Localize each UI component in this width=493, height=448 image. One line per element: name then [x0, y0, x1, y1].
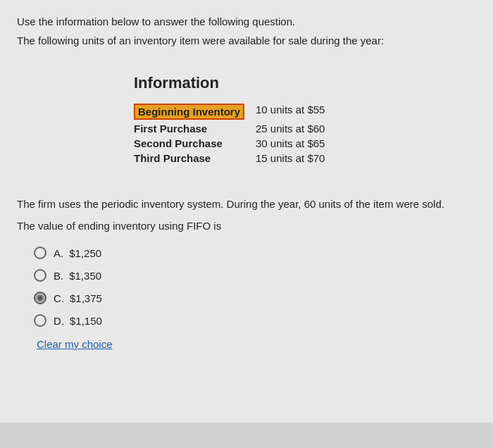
option-row[interactable]: B.$1,350 — [34, 269, 476, 282]
inventory-label: Third Purchase — [134, 151, 256, 166]
inventory-row: Second Purchase30 units at $65 — [134, 136, 336, 151]
inventory-row: Third Purchase15 units at $70 — [134, 151, 336, 166]
inventory-value: 10 units at $55 — [256, 102, 336, 121]
inventory-label: First Purchase — [134, 121, 256, 136]
option-letter: C. — [54, 292, 64, 304]
body-text: The firm uses the periodic inventory sys… — [17, 197, 476, 213]
option-letter: B. — [54, 270, 63, 282]
option-row[interactable]: C.$1,375 — [34, 292, 476, 304]
option-letter: A. — [54, 247, 63, 259]
intro-line1: Use the information below to answer the … — [17, 14, 476, 30]
inventory-value: 30 units at $65 — [256, 136, 336, 151]
info-title: Information — [134, 74, 393, 92]
radio-button[interactable] — [34, 292, 46, 304]
option-value: $1,150 — [70, 315, 102, 327]
intro-line2: The following units of an inventory item… — [17, 33, 476, 49]
inventory-label: Beginning Inventory — [134, 102, 256, 121]
page-container: Use the information below to answer the … — [0, 0, 493, 423]
options-container: A.$1,250B.$1,350C.$1,375D.$1,150 — [34, 247, 476, 327]
option-value: $1,375 — [70, 292, 102, 304]
inventory-table: Beginning Inventory10 units at $55First … — [134, 102, 336, 166]
inventory-value: 15 units at $70 — [256, 151, 336, 166]
question-text: The value of ending inventory using FIFO… — [17, 218, 476, 235]
inventory-value: 25 units at $60 — [256, 121, 336, 136]
inventory-row: First Purchase25 units at $60 — [134, 121, 336, 136]
option-row[interactable]: D.$1,150 — [34, 314, 476, 327]
radio-button[interactable] — [34, 314, 46, 327]
option-row[interactable]: A.$1,250 — [34, 247, 476, 259]
option-letter: D. — [54, 315, 64, 327]
inventory-row: Beginning Inventory10 units at $55 — [134, 102, 336, 121]
clear-choice-link[interactable]: Clear my choice — [37, 338, 113, 350]
inventory-label: Second Purchase — [134, 136, 256, 151]
info-box: Information Beginning Inventory10 units … — [77, 63, 416, 182]
option-value: $1,250 — [69, 247, 101, 259]
radio-button[interactable] — [34, 269, 46, 282]
radio-button[interactable] — [34, 247, 46, 259]
option-value: $1,350 — [69, 270, 101, 282]
